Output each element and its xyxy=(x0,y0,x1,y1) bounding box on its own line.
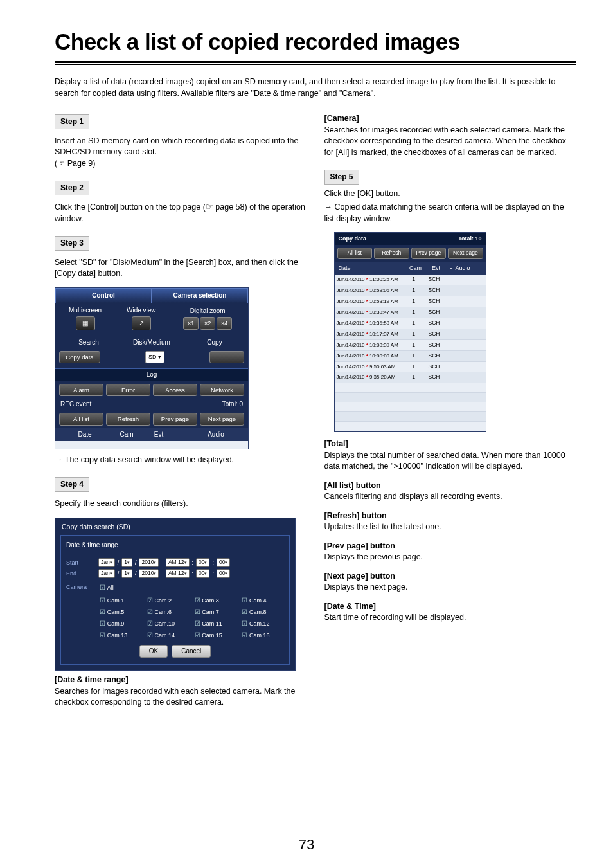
copy-button[interactable] xyxy=(209,351,244,363)
table-row[interactable]: Jun/14/2010 *11:00:25 AM1SCH xyxy=(335,275,486,285)
end-ampm[interactable]: AM 12 xyxy=(166,569,190,578)
table-row[interactable]: Jun/14/2010 *10:08:39 AM1SCH xyxy=(335,340,486,351)
camera-label: Camera xyxy=(66,583,97,592)
zoom-x1-button[interactable]: ×1 xyxy=(183,317,199,330)
table-row[interactable]: Jun/14/2010 *10:58:06 AM1SCH xyxy=(335,285,486,296)
col-sep: - xyxy=(175,430,188,439)
camera-heading: [Camera] xyxy=(324,113,576,125)
chk-cam-12[interactable]: Cam.12 xyxy=(242,619,284,628)
table-row[interactable]: Jun/14/2010 *10:00:00 AM1SCH xyxy=(335,351,486,362)
end-month[interactable]: Jan xyxy=(98,569,115,578)
end-year[interactable]: 2010 xyxy=(139,569,159,578)
start-month[interactable]: Jan xyxy=(98,558,115,567)
control-panel: Control Camera selection Multiscreen ▦ W… xyxy=(55,287,249,449)
end-min[interactable]: 00 xyxy=(196,569,209,578)
page-title: Check a list of copied recorded images xyxy=(55,26,576,57)
alarm-button[interactable]: Alarm xyxy=(59,384,103,396)
chk-cam-3[interactable]: Cam.3 xyxy=(195,596,237,605)
chk-all[interactable]: All xyxy=(100,583,284,592)
cdl-col-date: Date xyxy=(337,263,407,274)
dtr-label: [Date & time range] xyxy=(55,674,306,686)
copy-data-button[interactable]: Copy data xyxy=(59,351,100,363)
camera-selection-tab[interactable]: Camera selection xyxy=(152,288,248,303)
network-button[interactable]: Network xyxy=(200,384,244,396)
start-year[interactable]: 2010 xyxy=(139,558,159,567)
cancel-button[interactable]: Cancel xyxy=(172,645,211,658)
access-button[interactable]: Access xyxy=(153,384,197,396)
chk-cam-5[interactable]: Cam.5 xyxy=(100,608,142,617)
disk-select[interactable]: SD ▾ xyxy=(145,351,164,363)
start-sec[interactable]: 00 xyxy=(217,558,230,567)
end-sec[interactable]: 00 xyxy=(217,569,230,578)
cdl-nextpage-button[interactable]: Next page xyxy=(448,248,483,259)
next-heading: [Next page] button xyxy=(324,571,576,583)
step1-ref: (☞ Page 9) xyxy=(55,159,95,168)
diskmedium-label: Disk/Medium xyxy=(122,338,181,347)
end-day[interactable]: 1 xyxy=(121,569,132,578)
table-row[interactable]: Jun/14/2010 *9:35:20 AM1SCH xyxy=(335,372,486,383)
step2-text: Click the [Control] button on the top pa… xyxy=(55,202,306,224)
start-min[interactable]: 00 xyxy=(196,558,209,567)
ok-button[interactable]: OK xyxy=(139,645,168,658)
page-number: 73 xyxy=(0,835,613,855)
chk-cam-11[interactable]: Cam.11 xyxy=(195,619,237,628)
chk-cam-1[interactable]: Cam.1 xyxy=(100,596,142,605)
chk-cam-15[interactable]: Cam.15 xyxy=(195,631,237,640)
cdl-total: Total: 10 xyxy=(458,235,481,243)
chk-cam-6[interactable]: Cam.6 xyxy=(147,608,190,617)
chk-cam-7[interactable]: Cam.7 xyxy=(195,608,237,617)
prevpage-button[interactable]: Prev page xyxy=(153,413,197,425)
cds-daterange-label: Date & time range xyxy=(66,539,284,554)
start-day[interactable]: 1 xyxy=(121,558,132,567)
wideview-icon[interactable]: ↗ xyxy=(132,316,151,330)
camera-text: Searches for images recorded with each s… xyxy=(324,125,576,159)
step2-label: Step 2 xyxy=(55,181,89,195)
multiscreen-label: Multiscreen xyxy=(59,306,111,315)
chk-cam-4[interactable]: Cam.4 xyxy=(242,596,284,605)
cds-title: Copy data search (SD) xyxy=(58,521,292,533)
nextpage-button[interactable]: Next page xyxy=(200,413,244,425)
next-text: Displays the next page. xyxy=(324,582,576,593)
start-ampm[interactable]: AM 12 xyxy=(166,558,190,567)
copy-data-list: Copy data Total: 10 All list Refresh Pre… xyxy=(334,232,486,432)
dt-heading: [Date & Time] xyxy=(324,601,576,613)
error-button[interactable]: Error xyxy=(106,384,150,396)
zoom-x2-button[interactable]: ×2 xyxy=(200,317,215,330)
chk-cam-8[interactable]: Cam.8 xyxy=(242,608,284,617)
chk-cam-10[interactable]: Cam.10 xyxy=(147,619,190,628)
table-row-empty xyxy=(335,402,486,412)
cdl-alllist-button[interactable]: All list xyxy=(337,248,373,259)
step5-result: Copied data matching the search criteria… xyxy=(324,202,576,224)
zoom-x4-button[interactable]: ×4 xyxy=(217,317,232,330)
recevent-total: Total: 0 xyxy=(222,400,243,409)
chk-cam-13[interactable]: Cam.13 xyxy=(100,631,142,640)
cdl-prevpage-button[interactable]: Prev page xyxy=(411,248,447,259)
table-row[interactable]: Jun/14/2010 *9:50:03 AM1SCH xyxy=(335,362,486,373)
digitalzoom-label: Digital zoom xyxy=(171,307,244,316)
table-row-empty xyxy=(335,383,486,393)
table-row[interactable]: Jun/14/2010 *10:38:47 AM1SCH xyxy=(335,307,486,318)
control-tab[interactable]: Control xyxy=(55,288,152,303)
refresh-heading: [Refresh] button xyxy=(324,511,576,522)
chk-cam-9[interactable]: Cam.9 xyxy=(100,619,142,628)
chk-cam-14[interactable]: Cam.14 xyxy=(147,631,190,640)
alllist-text: Cancels filtering and displays all recor… xyxy=(324,491,576,503)
step3-label: Step 3 xyxy=(55,236,89,251)
table-row-empty xyxy=(335,412,486,422)
table-row[interactable]: Jun/14/2010 *10:36:58 AM1SCH xyxy=(335,318,486,329)
wideview-label: Wide view xyxy=(115,306,167,315)
cdl-col-sep: - xyxy=(449,263,454,274)
multiscreen-icon[interactable]: ▦ xyxy=(76,316,95,330)
step3-result: The copy data search window will be disp… xyxy=(55,455,306,466)
step1-label: Step 1 xyxy=(55,114,89,129)
alllist-button[interactable]: All list xyxy=(59,413,103,425)
step1-text: Insert an SD memory card on which record… xyxy=(55,136,306,170)
table-row[interactable]: Jun/14/2010 *10:53:19 AM1SCH xyxy=(335,296,486,307)
chk-cam-2[interactable]: Cam.2 xyxy=(147,596,190,605)
chk-cam-16[interactable]: Cam.16 xyxy=(242,631,284,640)
step5-label: Step 5 xyxy=(324,170,359,185)
refresh-button[interactable]: Refresh xyxy=(106,413,150,425)
copy-label: Copy xyxy=(185,338,244,347)
cdl-refresh-button[interactable]: Refresh xyxy=(374,248,409,259)
table-row[interactable]: Jun/14/2010 *10:17:37 AM1SCH xyxy=(335,329,486,340)
